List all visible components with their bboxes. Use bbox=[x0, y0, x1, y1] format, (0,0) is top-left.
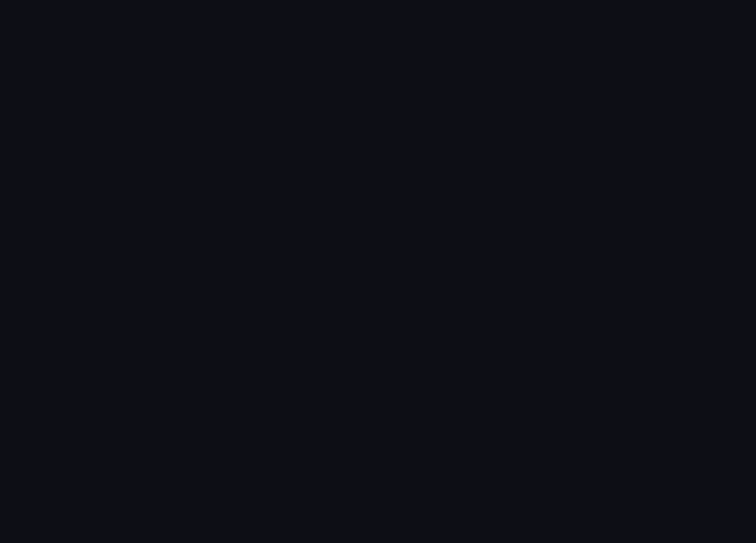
clamdtop-terminal-screen bbox=[0, 0, 756, 543]
blank-rows bbox=[3, 3, 756, 40]
memory-stats-box bbox=[430, 85, 752, 176]
terminal-content bbox=[3, 3, 756, 59]
process-table-header bbox=[3, 40, 756, 59]
